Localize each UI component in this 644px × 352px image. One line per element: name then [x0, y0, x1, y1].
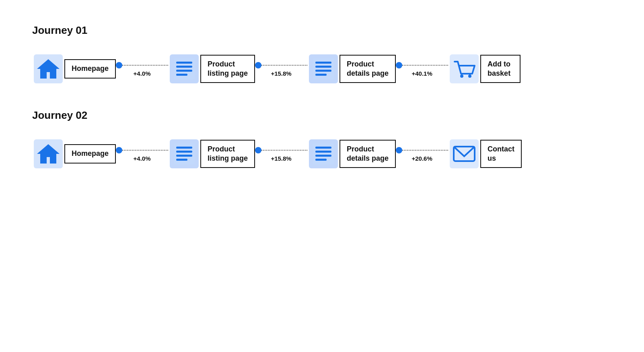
node-label-listing2: Product listing page — [200, 140, 255, 168]
node-home1: Homepage — [32, 53, 116, 85]
connector-1-1: +4.0% — [116, 61, 168, 77]
node-contact2: Contact us — [448, 138, 522, 170]
icon-home-home2 — [32, 138, 64, 170]
journey-flow-1: Homepage+4.0%Product listing page+15.8%P… — [32, 53, 612, 85]
icon-basket-basket1 — [448, 53, 480, 85]
node-details1: Product details page — [307, 53, 396, 85]
icon-details-details1 — [307, 53, 339, 85]
node-details2: Product details page — [307, 138, 396, 170]
icon-listing-listing1 — [168, 53, 200, 85]
connector-2-3: +20.6% — [396, 146, 448, 162]
connector-pct-2-1: +4.0% — [134, 155, 151, 162]
connector-pct-1-2: +15.8% — [271, 70, 291, 77]
connector-pct-1-3: +40.1% — [412, 70, 432, 77]
journey-section-2: Journey 02Homepage+4.0%Product listing p… — [32, 109, 612, 170]
node-label-details2: Product details page — [339, 140, 396, 168]
connector-pct-1-1: +4.0% — [134, 70, 151, 77]
connector-dot-1-1 — [116, 62, 122, 68]
connector-pct-2-3: +20.6% — [412, 155, 432, 162]
connector-2-2: +15.8% — [255, 146, 307, 162]
node-label-listing1: Product listing page — [200, 55, 255, 83]
journey-title-2: Journey 02 — [32, 109, 612, 122]
node-label-home1: Homepage — [64, 59, 116, 78]
connector-dot-1-2 — [255, 62, 261, 68]
icon-listing-listing2 — [168, 138, 200, 170]
node-home2: Homepage — [32, 138, 116, 170]
icon-details-details2 — [307, 138, 339, 170]
app-container: Journey 01Homepage+4.0%Product listing p… — [32, 24, 612, 170]
connector-dot-2-3 — [396, 147, 402, 153]
connector-1-3: +40.1% — [396, 61, 448, 77]
node-listing1: Product listing page — [168, 53, 255, 85]
node-label-details1: Product details page — [339, 55, 396, 83]
node-label-contact2: Contact us — [480, 140, 522, 168]
node-listing2: Product listing page — [168, 138, 255, 170]
journey-flow-2: Homepage+4.0%Product listing page+15.8%P… — [32, 138, 612, 170]
journey-section-1: Journey 01Homepage+4.0%Product listing p… — [32, 24, 612, 85]
connector-pct-2-2: +15.8% — [271, 155, 291, 162]
journey-title-1: Journey 01 — [32, 24, 612, 37]
node-label-basket1: Add to basket — [480, 55, 521, 83]
node-label-home2: Homepage — [64, 144, 116, 163]
connector-1-2: +15.8% — [255, 61, 307, 77]
connector-dot-2-2 — [255, 147, 261, 153]
icon-contact-contact2 — [448, 138, 480, 170]
node-basket1: Add to basket — [448, 53, 521, 85]
connector-dot-1-3 — [396, 62, 402, 68]
connector-dot-2-1 — [116, 147, 122, 153]
icon-home-home1 — [32, 53, 64, 85]
connector-2-1: +4.0% — [116, 146, 168, 162]
